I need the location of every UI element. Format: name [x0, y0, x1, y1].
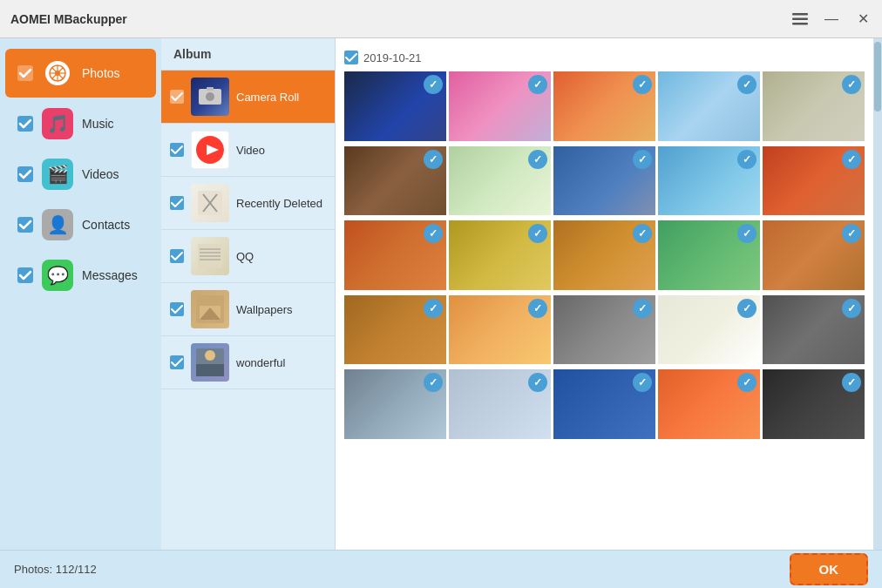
photo-cell[interactable]: ✓: [763, 146, 865, 216]
photo-check-badge: ✓: [842, 75, 861, 94]
svg-point-17: [206, 92, 214, 101]
album-item-recently-deleted[interactable]: Recently Deleted: [161, 177, 335, 230]
video-label: Video: [236, 144, 265, 157]
svg-point-39: [205, 350, 215, 361]
photo-grid-row-5: ✓ ✓ ✓ ✓ ✓: [344, 369, 865, 439]
wallpapers-thumb: [191, 290, 229, 328]
photo-cell[interactable]: ✓: [658, 71, 760, 141]
photo-cell[interactable]: ✓: [449, 146, 551, 216]
photo-check-badge: ✓: [633, 150, 652, 169]
wonderful-thumb: [191, 343, 229, 382]
photo-cell[interactable]: ✓: [344, 71, 446, 141]
album-item-wallpapers[interactable]: Wallpapers: [161, 283, 335, 336]
photo-cell[interactable]: ✓: [658, 146, 760, 216]
photo-cell[interactable]: ✓: [449, 220, 551, 290]
photo-check-badge: ✓: [737, 224, 756, 243]
status-bar: Photos: 112/112 OK: [0, 550, 882, 588]
photo-cell[interactable]: ✓: [763, 369, 865, 439]
photo-cell[interactable]: ✓: [763, 220, 865, 290]
svg-rect-0: [792, 13, 808, 16]
photo-cell[interactable]: ✓: [763, 71, 865, 141]
sidebar-item-music[interactable]: 🎵 Music: [5, 99, 156, 148]
photo-cell[interactable]: ✓: [763, 295, 865, 365]
contacts-label: Contacts: [82, 218, 130, 232]
wallpapers-label: Wallpapers: [236, 303, 293, 316]
album-panel-header: Album: [161, 38, 335, 71]
list-view-btn[interactable]: [791, 10, 809, 28]
qq-label: QQ: [236, 250, 254, 263]
right-scrollbar[interactable]: [873, 38, 882, 550]
recently-deleted-label: Recently Deleted: [236, 197, 322, 210]
date-section-header: 2019-10-21: [344, 51, 865, 64]
photo-check-badge: ✓: [424, 224, 443, 243]
photo-cell[interactable]: ✓: [344, 220, 446, 290]
photo-grid-row-4: ✓ ✓ ✓ ✓ ✓: [344, 295, 865, 365]
photos-icon: [42, 57, 73, 89]
photo-check-badge: ✓: [737, 373, 756, 392]
photo-check-badge: ✓: [633, 224, 652, 243]
close-btn[interactable]: ✕: [854, 10, 872, 28]
photo-cell[interactable]: ✓: [553, 369, 655, 439]
photo-cell[interactable]: ✓: [553, 146, 655, 216]
camera-roll-thumb: [191, 78, 229, 116]
photo-check-badge: ✓: [424, 299, 443, 318]
photo-check-badge: ✓: [737, 150, 756, 169]
sidebar-item-photos[interactable]: Photos: [5, 49, 156, 98]
photo-cell[interactable]: ✓: [449, 369, 551, 439]
wonderful-label: wonderful: [236, 356, 285, 369]
photo-check-badge: ✓: [528, 299, 547, 318]
photo-check-badge: ✓: [842, 150, 861, 169]
recently-deleted-thumb: [191, 184, 229, 222]
album-item-qq[interactable]: QQ: [161, 230, 335, 283]
photo-check-badge: ✓: [528, 150, 547, 169]
photo-cell[interactable]: ✓: [553, 220, 655, 290]
photos-label: Photos: [82, 66, 120, 80]
photo-cell[interactable]: ✓: [449, 71, 551, 141]
photo-grid-panel[interactable]: 2019-10-21 ✓ ✓ ✓ ✓ ✓ ✓: [336, 38, 873, 550]
sidebar: Photos 🎵 Music 🎬 Videos 👤 Contacts: [0, 38, 161, 550]
photo-grid-row-2: ✓ ✓ ✓ ✓ ✓: [344, 146, 865, 216]
photo-cell[interactable]: ✓: [344, 369, 446, 439]
camera-roll-label: Camera Roll: [236, 91, 299, 104]
ok-button[interactable]: OK: [790, 553, 869, 585]
sidebar-item-videos[interactable]: 🎬 Videos: [5, 150, 156, 199]
photo-cell[interactable]: ✓: [553, 295, 655, 365]
music-label: Music: [82, 117, 114, 131]
photo-check-badge: ✓: [633, 75, 652, 94]
photo-cell[interactable]: ✓: [658, 220, 760, 290]
photo-cell[interactable]: ✓: [553, 71, 655, 141]
sidebar-item-contacts[interactable]: 👤 Contacts: [5, 200, 156, 249]
photo-check-badge: ✓: [737, 299, 756, 318]
photo-check-badge: ✓: [424, 373, 443, 392]
photo-cell[interactable]: ✓: [658, 369, 760, 439]
music-icon: 🎵: [42, 108, 73, 139]
photo-grid-row-1: ✓ ✓ ✓ ✓ ✓: [344, 71, 865, 141]
album-item-video[interactable]: Video: [161, 124, 335, 177]
window-controls: — ✕: [791, 10, 872, 28]
photo-grid-row-3: ✓ ✓ ✓ ✓ ✓: [344, 220, 865, 290]
videos-label: Videos: [82, 167, 119, 181]
minimize-btn[interactable]: —: [823, 10, 840, 28]
sidebar-item-messages[interactable]: 💬 Messages: [5, 251, 156, 300]
svg-rect-38: [196, 364, 224, 376]
album-item-camera-roll[interactable]: Camera Roll: [161, 71, 335, 124]
photo-check-badge: ✓: [842, 224, 861, 243]
photo-cell[interactable]: ✓: [658, 295, 760, 365]
photo-check-badge: ✓: [842, 373, 861, 392]
status-photos-count: Photos: 112/112: [14, 563, 97, 576]
photo-check-badge: ✓: [633, 299, 652, 318]
photo-cell[interactable]: ✓: [344, 146, 446, 216]
photo-cell[interactable]: ✓: [344, 295, 446, 365]
svg-point-10: [55, 71, 60, 76]
album-item-wonderful[interactable]: wonderful: [161, 336, 335, 389]
album-panel: Album Camera Roll Video Recently Deleted: [161, 38, 336, 550]
photo-check-badge: ✓: [528, 75, 547, 94]
photo-check-badge: ✓: [528, 224, 547, 243]
photo-check-badge: ✓: [424, 75, 443, 94]
svg-rect-18: [207, 87, 214, 91]
messages-icon: 💬: [42, 260, 73, 291]
photo-check-badge: ✓: [737, 75, 756, 94]
scrollbar-thumb[interactable]: [874, 42, 881, 112]
svg-rect-2: [792, 23, 808, 25]
photo-cell[interactable]: ✓: [449, 295, 551, 365]
